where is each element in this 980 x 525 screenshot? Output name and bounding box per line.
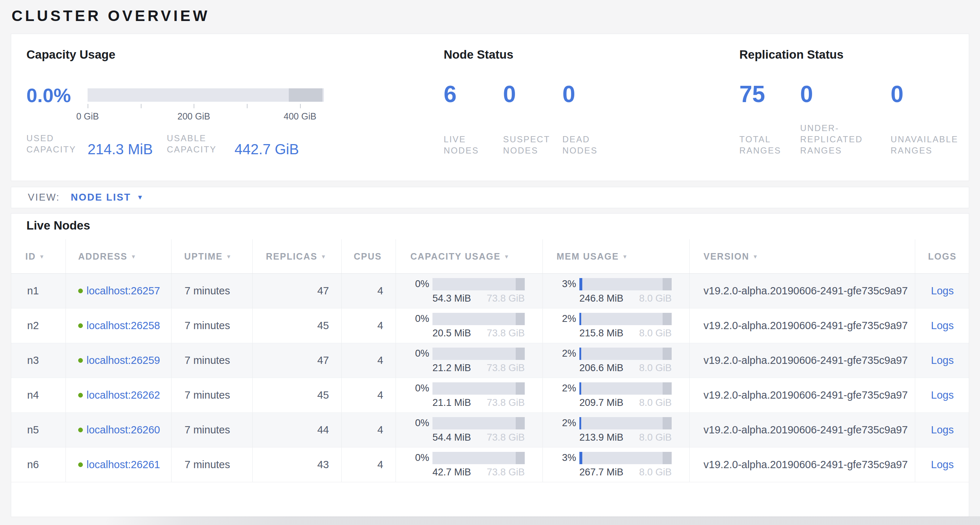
usable-capacity-stat: USABLE CAPACITY 442.7 GiB [167, 132, 299, 155]
sort-desc-icon: ▼ [504, 254, 510, 260]
logs-cell: Logs [915, 413, 969, 447]
column-header-label: VERSION [703, 251, 749, 262]
capacity-total-value: 73.8 GiB [487, 397, 525, 409]
mem-percent: 3% [557, 278, 576, 290]
mem-mini-bar [579, 278, 672, 290]
capacity-used-value: 54.3 MiB [433, 293, 471, 304]
sort-desc-icon: ▼ [321, 254, 327, 260]
stat-label-line: REPLICATED [800, 134, 891, 145]
capacity-bar-reserved-segment [516, 278, 525, 290]
mem-bar-reserved-segment [663, 348, 672, 360]
column-header-capacity-usage[interactable]: CAPACITY USAGE▼ [396, 239, 543, 273]
capacity-usage-cell: 0% 21.2 MiB73.8 GiB [396, 343, 543, 378]
unavailable-ranges-stat: 0 UNAVAILABLE RANGES [891, 83, 958, 156]
cpus-cell: 4 [342, 447, 396, 482]
under-replicated-ranges-stat: 0 UNDER- REPLICATED RANGES [800, 83, 891, 156]
column-header-address[interactable]: ADDRESS▼ [66, 239, 172, 273]
view-dropdown[interactable]: NODE LIST ▼ [71, 192, 143, 203]
mem-bar-fill [579, 452, 582, 464]
column-header-uptime[interactable]: UPTIME▼ [172, 239, 253, 273]
version-cell: v19.2.0-alpha.20190606-2491-gfe735c9a97 [690, 343, 915, 378]
node-address-link[interactable]: localhost:26259 [86, 354, 160, 366]
column-header-id[interactable]: ID▼ [11, 239, 66, 273]
cpus-cell: 4 [342, 413, 396, 447]
replicas-cell: 43 [253, 447, 342, 482]
cpus-cell: 4 [342, 274, 396, 308]
live-status-icon [78, 289, 83, 293]
replication-status-stats: 75 TOTAL RANGES 0 UNDER- REPLICATED RANG… [739, 83, 958, 156]
node-address-cell: localhost:26257 [66, 274, 172, 308]
stat-label-line: USABLE [167, 132, 234, 144]
node-address-link[interactable]: localhost:26262 [86, 389, 160, 401]
axis-tick [194, 104, 194, 108]
capacity-stats: USED CAPACITY 214.3 MiB USABLE CAPACITY … [26, 132, 299, 155]
node-status-heading: Node Status [444, 48, 514, 62]
column-header-cpus: CPUS [342, 239, 396, 273]
stat-label-line: UNAVAILABLE [891, 134, 958, 145]
table-row: n3 localhost:26259 7 minutes 47 4 0% 21.… [11, 343, 969, 378]
dead-nodes-label: DEAD NODES [562, 111, 598, 156]
capacity-total-value: 73.8 GiB [487, 293, 525, 304]
view-dropdown-value[interactable]: NODE LIST [71, 192, 131, 203]
view-label: VIEW: [28, 192, 60, 203]
mem-percent: 3% [557, 452, 576, 463]
cluster-overview-page: { "title": "CLUSTER OVERVIEW", "colors":… [0, 0, 980, 525]
logs-link[interactable]: Logs [931, 320, 954, 332]
capacity-mini-bar [433, 313, 525, 325]
mem-total-value: 8.0 GiB [639, 362, 672, 373]
capacity-bar-reserved-segment [516, 382, 525, 395]
table-row: n5 localhost:26260 7 minutes 44 4 0% 54.… [11, 413, 969, 447]
node-address-link[interactable]: localhost:26260 [86, 424, 160, 436]
logs-cell: Logs [915, 378, 969, 412]
dead-nodes-value: 0 [562, 83, 598, 106]
logs-link[interactable]: Logs [931, 354, 954, 366]
stat-label-line: UNDER- [800, 122, 891, 134]
axis-tick [88, 104, 88, 108]
version-cell: v19.2.0-alpha.20190606-2491-gfe735c9a97 [690, 308, 915, 343]
logs-link[interactable]: Logs [931, 389, 954, 401]
capacity-used-value: 21.2 MiB [433, 362, 471, 373]
node-address-link[interactable]: localhost:26261 [86, 459, 160, 471]
uptime-cell: 7 minutes [172, 378, 253, 412]
mem-mini-bar [579, 313, 672, 325]
mem-bar-reserved-segment [663, 278, 672, 290]
capacity-percent: 0% [410, 278, 429, 290]
capacity-used-value: 21.1 MiB [433, 397, 471, 409]
logs-cell: Logs [915, 343, 969, 378]
logs-link[interactable]: Logs [931, 285, 954, 297]
capacity-used-percent: 0.0% [26, 85, 71, 105]
bottom-shade [105, 516, 980, 525]
node-address-link[interactable]: localhost:26258 [86, 320, 160, 332]
uptime-cell: 7 minutes [172, 308, 253, 343]
used-capacity-stat: USED CAPACITY 214.3 MiB [26, 132, 167, 155]
capacity-usage-cell: 0% 21.1 MiB73.8 GiB [396, 378, 543, 412]
logs-link[interactable]: Logs [931, 424, 954, 436]
mem-total-value: 8.0 GiB [639, 397, 672, 409]
logs-cell: Logs [915, 274, 969, 308]
column-header-mem-usage[interactable]: MEM USAGE▼ [543, 239, 690, 273]
capacity-percent: 0% [410, 452, 429, 463]
capacity-bar-reserved-segment [289, 88, 323, 102]
axis-tick [247, 104, 248, 108]
column-header-label: LOGS [928, 251, 957, 262]
column-header-replicas[interactable]: REPLICAS▼ [253, 239, 342, 273]
cpus-cell: 4 [342, 308, 396, 343]
node-address-cell: localhost:26258 [66, 308, 172, 343]
mem-usage-cell: 3% 267.7 MiB8.0 GiB [543, 447, 690, 482]
node-id-cell: n5 [11, 413, 66, 447]
suspect-nodes-value: 0 [503, 83, 562, 106]
replicas-cell: 45 [253, 308, 342, 343]
mem-bar-fill [579, 417, 581, 429]
total-ranges-label: TOTAL RANGES [739, 111, 800, 156]
capacity-total-value: 73.8 GiB [487, 467, 525, 478]
logs-link[interactable]: Logs [931, 459, 954, 471]
axis-tick [141, 104, 142, 108]
node-address-link[interactable]: localhost:26257 [86, 285, 160, 297]
column-header-version[interactable]: VERSION▼ [690, 239, 915, 273]
capacity-usage-cell: 0% 54.4 MiB73.8 GiB [396, 413, 543, 447]
table-header-row: ID▼ ADDRESS▼ UPTIME▼ REPLICAS▼ CPUS CAPA… [11, 239, 969, 274]
replicas-cell: 44 [253, 413, 342, 447]
live-status-icon [78, 462, 83, 467]
capacity-percent: 0% [410, 383, 429, 394]
capacity-axis: 0 GiB 200 GiB 400 GiB [88, 104, 324, 123]
